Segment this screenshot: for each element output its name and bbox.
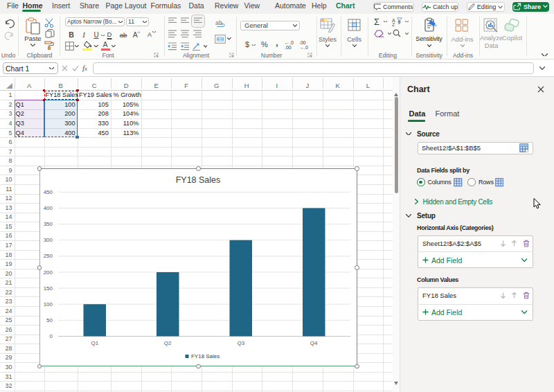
svg-text:Q4: Q4	[310, 341, 318, 347]
svg-text:400: 400	[44, 205, 53, 211]
svg-text:Q1: Q1	[91, 341, 98, 347]
svg-text:Q2: Q2	[164, 341, 172, 347]
svg-text:250: 250	[44, 253, 53, 260]
svg-text:450: 450	[44, 189, 53, 195]
svg-text:150: 150	[44, 285, 53, 292]
svg-text:200: 200	[44, 269, 53, 276]
svg-text:0: 0	[50, 333, 53, 339]
svg-text:Z: Z	[392, 22, 395, 26]
svg-text:50: 50	[46, 317, 53, 323]
svg-text:300: 300	[44, 238, 53, 244]
svg-text:FY18 Sales: FY18 Sales	[176, 176, 221, 186]
svg-text:Q3: Q3	[237, 341, 244, 347]
svg-text:100: 100	[44, 301, 53, 308]
svg-text:350: 350	[44, 221, 53, 227]
svg-text:FY18 Sales: FY18 Sales	[191, 353, 220, 359]
